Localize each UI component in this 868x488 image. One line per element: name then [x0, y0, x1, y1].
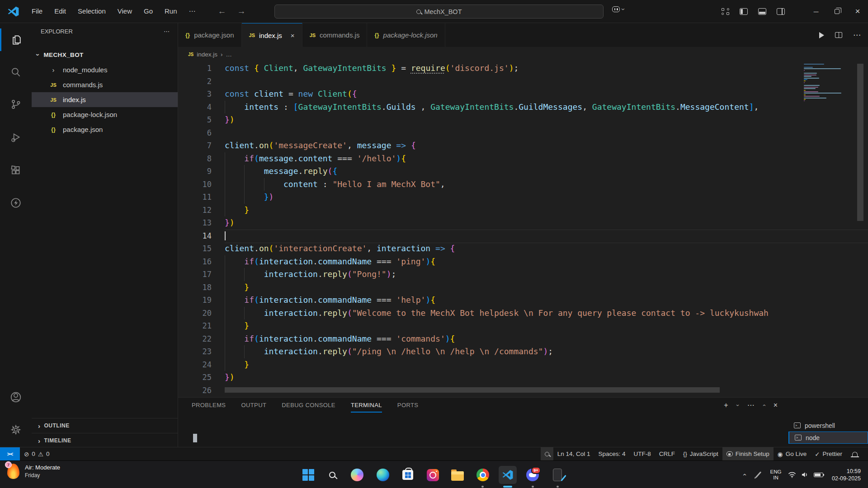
menu-more[interactable]: ⋯: [183, 7, 202, 15]
code-line[interactable]: 25}): [178, 371, 868, 384]
panel-more-icon[interactable]: ⋯: [747, 401, 755, 409]
weather-widget[interactable]: 7 Air: Moderate Friday: [7, 464, 60, 479]
tab-package-lock-json[interactable]: {} package-lock.json: [367, 23, 445, 47]
language-indicator[interactable]: ENGIN: [766, 469, 786, 481]
split-editor-icon[interactable]: [835, 32, 842, 38]
vscode-taskbar-icon[interactable]: [499, 466, 517, 484]
code-line[interactable]: 4intents : [GatewayIntentBits.Guilds , G…: [178, 101, 868, 114]
menu-view[interactable]: View: [112, 7, 138, 15]
language-mode[interactable]: {} JavaScript: [679, 447, 722, 460]
terminal-cursor[interactable]: [193, 434, 197, 442]
code-line[interactable]: 11}): [178, 191, 868, 204]
tab-output[interactable]: OUTPUT: [241, 398, 266, 413]
command-center-search[interactable]: MechX_BOT: [274, 5, 604, 19]
edge-icon[interactable]: [374, 466, 392, 484]
accounts-icon[interactable]: [0, 386, 32, 408]
code-line[interactable]: 15client.on('interactionCreate', interac…: [178, 242, 868, 255]
file-explorer-icon[interactable]: [448, 466, 467, 484]
code-line[interactable]: 1const { Client, GatewayIntentBits } = r…: [178, 62, 868, 75]
tab-terminal[interactable]: TERMINAL: [351, 398, 382, 413]
code-line[interactable]: 17interaction.reply("Pong!");: [178, 268, 868, 281]
menu-selection[interactable]: Selection: [72, 7, 112, 15]
code-line[interactable]: 10content : "Hello I am MechX Bot",: [178, 178, 868, 191]
errors-warnings[interactable]: ⊘ 0 ⚠ 0: [20, 447, 53, 460]
zoom-status-icon[interactable]: [541, 447, 553, 460]
settings-gear-icon[interactable]: [0, 419, 32, 441]
run-file-icon[interactable]: [819, 32, 824, 38]
toggle-secondary-sidebar-icon[interactable]: [777, 8, 785, 15]
chrome-icon[interactable]: [474, 466, 492, 484]
clock[interactable]: 10:59 02-09-2025: [832, 468, 861, 482]
nav-back-icon[interactable]: ←: [218, 6, 226, 16]
prettier[interactable]: ✓ Prettier: [811, 447, 846, 460]
horizontal-scrollbar[interactable]: [225, 387, 720, 393]
cursor-position[interactable]: Ln 14, Col 1: [553, 447, 594, 460]
menu-go[interactable]: Go: [138, 7, 159, 15]
terminal-item-node[interactable]: >_ node: [788, 432, 868, 444]
nav-forward-icon[interactable]: →: [237, 6, 246, 16]
explorer-more-icon[interactable]: ⋯: [164, 28, 170, 35]
notifications[interactable]: [846, 447, 863, 460]
code-area[interactable]: 1const { Client, GatewayIntentBits } = r…: [178, 62, 868, 397]
tab-close-icon[interactable]: ×: [291, 32, 295, 39]
source-control-icon[interactable]: [0, 94, 32, 115]
window-close-button[interactable]: ×: [847, 0, 868, 23]
code-line[interactable]: 20interaction.reply("Welcome to the Mech…: [178, 307, 868, 320]
tab-ports[interactable]: PORTS: [397, 398, 419, 413]
wifi-icon[interactable]: [786, 472, 798, 478]
discord-icon[interactable]: 9+: [524, 466, 542, 484]
code-line[interactable]: 13}): [178, 216, 868, 230]
tree-item-node-modules[interactable]: › node_modules: [32, 62, 178, 77]
code-line[interactable]: 9message.reply({: [178, 165, 868, 178]
code-line[interactable]: 16if(interaction.commandName === 'ping')…: [178, 255, 868, 268]
code-line[interactable]: 12}: [178, 204, 868, 217]
search-view-icon[interactable]: [0, 61, 32, 83]
tab-problems[interactable]: PROBLEMS: [192, 398, 226, 413]
copilot-finish-setup[interactable]: Finish Setup: [722, 447, 774, 460]
toggle-sidebar-icon[interactable]: [740, 8, 748, 15]
outline-section[interactable]: › OUTLINE: [32, 418, 178, 433]
code-line[interactable]: 5}): [178, 113, 868, 127]
breadcrumb[interactable]: JS index.js › …: [178, 47, 868, 62]
code-line[interactable]: 18}: [178, 281, 868, 294]
toggle-panel-icon[interactable]: [758, 8, 766, 15]
start-button[interactable]: [299, 466, 317, 484]
code-line[interactable]: 6: [178, 127, 868, 140]
battery-icon[interactable]: [811, 473, 826, 477]
taskbar-search-icon[interactable]: [323, 466, 341, 484]
pen-icon[interactable]: [750, 471, 766, 479]
extensions-icon[interactable]: [0, 160, 32, 181]
new-terminal-icon[interactable]: +: [724, 401, 728, 409]
remote-indicator[interactable]: ><: [0, 447, 20, 460]
menu-file[interactable]: File: [26, 7, 48, 15]
code-line[interactable]: 14: [178, 230, 868, 243]
terminal-dropdown-icon[interactable]: ›: [735, 404, 741, 406]
copilot-app-icon[interactable]: [348, 466, 366, 484]
tab-commands-js[interactable]: JS commands.js: [302, 23, 368, 47]
window-restore-button[interactable]: [826, 0, 847, 23]
tab-debug-console[interactable]: DEBUG CONSOLE: [282, 398, 335, 413]
code-line[interactable]: 7client.on('messageCreate', message => {: [178, 139, 868, 152]
tree-item-package-lock-json[interactable]: {} package-lock.json: [32, 107, 178, 122]
code-line[interactable]: 24}: [178, 358, 868, 371]
indentation[interactable]: Spaces: 4: [594, 447, 630, 460]
maximize-panel-icon[interactable]: ›: [761, 404, 767, 406]
code-line[interactable]: 22if(interaction.commandName === 'comman…: [178, 333, 868, 346]
tree-item-index-js[interactable]: JS index.js: [32, 92, 178, 107]
editor-more-actions-icon[interactable]: ⋯: [853, 30, 861, 40]
terminal-item-powershell[interactable]: >_ powershell: [788, 419, 868, 432]
window-minimize-button[interactable]: ─: [806, 0, 826, 23]
code-line[interactable]: 3const client = new Client({: [178, 88, 868, 101]
volume-icon[interactable]: [798, 471, 811, 478]
copilot-chevron-icon[interactable]: ›: [620, 8, 627, 10]
hidden-icons-chevron[interactable]: ›: [740, 468, 748, 482]
close-panel-icon[interactable]: ×: [774, 401, 778, 409]
menu-run[interactable]: Run: [159, 7, 183, 15]
timeline-section[interactable]: › TIMELINE: [32, 433, 178, 448]
tree-root-mechx-bot[interactable]: › MECHX_BOT: [32, 47, 178, 62]
vertical-scrollbar[interactable]: [857, 64, 863, 221]
eol-sequence[interactable]: CRLF: [655, 447, 679, 460]
phone-link-icon[interactable]: [548, 466, 566, 484]
encoding[interactable]: UTF-8: [630, 447, 655, 460]
code-line[interactable]: 8if(message.content === '/hello'){: [178, 152, 868, 165]
